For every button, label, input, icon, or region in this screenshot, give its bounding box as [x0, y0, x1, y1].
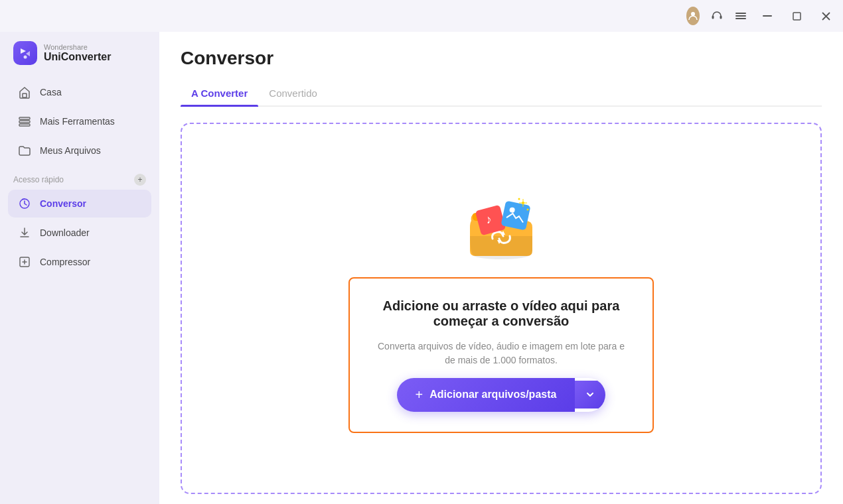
convert-icon: [17, 196, 32, 211]
add-files-dropdown-button[interactable]: [575, 381, 605, 409]
tools-icon: [17, 114, 32, 129]
svg-rect-1: [712, 16, 714, 19]
svg-rect-7: [793, 13, 801, 20]
sidebar-item-downloader-label: Downloader: [40, 227, 90, 238]
sidebar-item-casa[interactable]: Casa: [8, 78, 151, 106]
titlebar-icons: [686, 7, 835, 25]
svg-point-10: [24, 56, 27, 59]
add-files-label: Adicionar arquivos/pasta: [429, 389, 556, 401]
sidebar-item-conversor-label: Conversor: [40, 198, 86, 209]
sidebar-item-mais-ferramentas[interactable]: Mais Ferramentas: [8, 107, 151, 135]
svg-rect-4: [735, 15, 746, 17]
sidebar-item-compressor[interactable]: Compressor: [8, 248, 151, 276]
add-files-button-wrapper: + Adicionar arquivos/pasta: [397, 378, 606, 412]
sidebar-item-conversor[interactable]: Conversor: [8, 190, 151, 218]
tabs: A Converter Convertido: [181, 82, 822, 107]
main-content: Conversor A Converter Convertido: [159, 32, 843, 504]
drop-title: Adicione ou arraste o vídeo aqui para co…: [376, 298, 626, 329]
svg-rect-2: [720, 16, 722, 19]
logo-text: Wondershare UniConverter: [44, 43, 111, 63]
svg-rect-11: [23, 94, 27, 97]
titlebar: [0, 0, 843, 32]
sidebar-item-casa-label: Casa: [40, 87, 62, 97]
avatar[interactable]: [686, 9, 700, 23]
main-content-area: Conversor A Converter Convertido: [159, 0, 843, 504]
quick-access-nav: Conversor Downloader Compressor: [0, 190, 159, 276]
drop-inner-box: Adicione ou arraste o vídeo aqui para co…: [348, 277, 654, 433]
home-icon: [17, 85, 32, 99]
dropzone[interactable]: ♪ Adicione ou arraste o vídeo aqui para …: [181, 123, 822, 494]
add-files-button[interactable]: + Adicionar arquivos/pasta: [397, 378, 575, 412]
quick-access-section: Acesso rápido +: [0, 164, 159, 190]
page-title: Conversor: [181, 48, 822, 69]
close-button[interactable]: [816, 7, 835, 25]
download-icon: [17, 225, 32, 240]
svg-rect-6: [763, 15, 772, 17]
svg-rect-5: [735, 18, 746, 19]
quick-access-add-button[interactable]: +: [134, 174, 146, 186]
sidebar-item-downloader[interactable]: Downloader: [8, 219, 151, 247]
menu-icon[interactable]: [734, 9, 747, 23]
headset-icon[interactable]: [710, 9, 724, 23]
svg-point-25: [527, 208, 529, 210]
svg-rect-22: [500, 200, 530, 230]
svg-rect-14: [19, 124, 30, 126]
sidebar: Wondershare UniConverter Casa: [0, 0, 159, 504]
logo-icon: [13, 41, 37, 65]
svg-rect-3: [735, 13, 746, 14]
svg-point-26: [518, 198, 520, 200]
svg-rect-12: [19, 117, 30, 119]
minimize-button[interactable]: [758, 7, 777, 25]
tab-convertido[interactable]: Convertido: [258, 82, 328, 105]
quick-access-label: Acesso rápido: [13, 175, 64, 184]
sidebar-item-meus-arquivos-label: Meus Arquivos: [40, 145, 101, 156]
app-logo: Wondershare UniConverter: [0, 32, 159, 78]
drop-subtitle: Converta arquivos de vídeo, áudio e imag…: [376, 340, 626, 367]
tab-a-converter[interactable]: A Converter: [181, 82, 258, 105]
svg-rect-13: [19, 121, 30, 123]
sidebar-item-mais-ferramentas-label: Mais Ferramentas: [40, 116, 115, 127]
folder-icon: [17, 143, 32, 158]
sidebar-item-compressor-label: Compressor: [40, 257, 90, 267]
sidebar-nav: Casa Mais Ferramentas Meus Arquivos: [0, 78, 159, 164]
maximize-button[interactable]: [787, 7, 806, 25]
compress-icon: [17, 255, 32, 269]
plus-icon: +: [416, 387, 423, 403]
sidebar-item-meus-arquivos[interactable]: Meus Arquivos: [8, 137, 151, 164]
svg-point-0: [691, 12, 695, 16]
media-illustration: ♪: [458, 184, 544, 271]
